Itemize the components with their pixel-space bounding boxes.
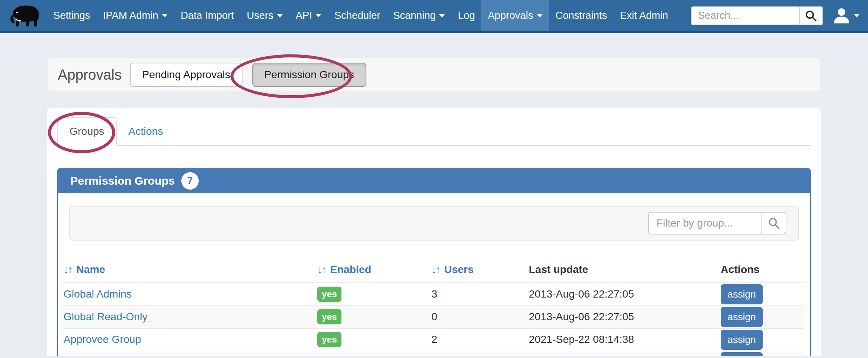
tab[interactable]: Groups [57, 117, 117, 146]
column-label: Actions [721, 264, 760, 275]
assign-button[interactable]: assign [721, 307, 763, 327]
nav-item-label: Scanning [393, 10, 436, 22]
nav-item[interactable]: IPAM Admin [97, 0, 175, 31]
enabled-badge: yes [317, 287, 341, 302]
last-update: 2013-Aug-06 22:27:05 [529, 306, 721, 328]
nav-item[interactable]: Log [451, 0, 481, 31]
users-count: 2 [431, 328, 529, 351]
top-navbar: Settings IPAM Admin Data Import Users AP… [0, 0, 868, 33]
enabled-badge: yes [317, 332, 341, 347]
tab-bar: Groups Actions [57, 117, 811, 146]
assign-button[interactable]: assign [721, 352, 763, 356]
filter-search-button[interactable] [762, 212, 786, 235]
table-header-row: ↓↑Name ↓↑Enabled ↓↑Users [63, 258, 805, 283]
table-row: Global Admins yes 3 2013-Aug-06 22:27:05… [63, 283, 805, 306]
last-update [529, 351, 721, 356]
assign-button[interactable]: assign [721, 330, 763, 350]
nav-item[interactable]: Scanning [387, 0, 452, 31]
users-count [431, 351, 529, 356]
nav-item-label: IPAM Admin [103, 10, 159, 22]
last-update: 2021-Sep-22 08:14:38 [529, 328, 721, 351]
sort-icon[interactable]: ↓↑ [431, 264, 440, 275]
content-card: Groups Actions Permission Groups 7 [47, 108, 821, 356]
nav-item[interactable]: Approvals [481, 0, 549, 31]
nav-menu: Settings IPAM Admin Data Import Users AP… [47, 0, 675, 31]
caret-down-icon [162, 14, 168, 17]
approvals-header-strip: Approvals Pending Approvals Permission G… [47, 58, 821, 92]
last-update: 2013-Aug-06 22:27:05 [529, 283, 721, 306]
user-icon [833, 8, 850, 24]
users-count: 3 [431, 283, 529, 306]
assign-button[interactable]: assign [721, 284, 763, 304]
group-name-link[interactable]: Approvee Group [63, 333, 141, 345]
column-header[interactable]: ↓↑Enabled [317, 258, 431, 283]
panel-body: ↓↑Name ↓↑Enabled ↓↑Users [58, 193, 810, 356]
nav-item[interactable]: Data Import [174, 0, 240, 31]
filter-well [69, 206, 799, 241]
header-buttons: Pending Approvals Permission Groups [130, 63, 366, 87]
nav-item[interactable]: Exit Admin [613, 0, 675, 31]
mammoth-icon [8, 2, 43, 29]
sort-icon[interactable]: ↓↑ [317, 264, 326, 275]
search-input[interactable] [692, 7, 799, 25]
nav-item-label: Settings [53, 10, 90, 22]
permission-groups-table: ↓↑Name ↓↑Enabled ↓↑Users [63, 258, 805, 356]
page-title: Approvals [58, 67, 122, 83]
header-section-button[interactable]: Pending Approvals [130, 63, 242, 87]
column-header: Last update [529, 258, 721, 283]
column-header[interactable]: ↓↑Users [431, 258, 529, 283]
nav-item[interactable]: Scheduler [328, 0, 387, 31]
sort-icon[interactable]: ↓↑ [63, 264, 72, 275]
nav-item[interactable]: Settings [47, 0, 97, 31]
column-label: Enabled [330, 264, 371, 275]
table-row: Global Read-Only yes 0 2013-Aug-06 22:27… [63, 306, 805, 328]
column-label: Users [444, 264, 474, 275]
nav-item-label: Approvals [488, 10, 533, 22]
group-name-link[interactable]: Global Admins [63, 288, 132, 300]
table-row: assign [63, 351, 805, 356]
column-header: Actions [721, 258, 805, 283]
user-menu[interactable] [833, 0, 860, 31]
navbar-search [691, 0, 823, 31]
nav-item-label: Data Import [181, 10, 234, 22]
nav-item-label: Constraints [556, 10, 607, 22]
nav-item-label: Users [247, 10, 273, 22]
enabled-badge: yes [317, 309, 341, 324]
panel-title: Permission Groups [70, 174, 175, 187]
phpipam-mammoth-logo-icon[interactable] [7, 0, 45, 31]
panel-header: Permission Groups 7 [58, 168, 810, 193]
count-badge: 7 [181, 172, 199, 190]
caret-down-icon [277, 14, 283, 17]
search-button[interactable] [799, 7, 822, 25]
nav-item[interactable]: Constraints [549, 0, 614, 31]
caret-down-icon [537, 14, 543, 17]
group-name-link[interactable]: Global Read-Only [63, 311, 148, 323]
column-label: Last update [529, 264, 588, 275]
search-icon [768, 217, 780, 230]
column-label: Name [76, 264, 105, 275]
page-content: Approvals Pending Approvals Permission G… [0, 33, 868, 356]
permission-groups-panel: Permission Groups 7 [57, 168, 811, 356]
column-header[interactable]: ↓↑Name [63, 258, 317, 283]
nav-item-label: API [296, 10, 312, 22]
filter-input[interactable] [648, 212, 762, 235]
caret-down-icon [439, 14, 445, 17]
search-group [691, 6, 823, 25]
caret-down-icon [854, 14, 860, 17]
users-count: 0 [431, 306, 529, 328]
nav-item-label: Exit Admin [620, 10, 668, 22]
nav-item[interactable]: Users [240, 0, 289, 31]
caret-down-icon [315, 14, 321, 17]
nav-item-label: Scheduler [334, 10, 380, 22]
nav-item[interactable]: API [289, 0, 328, 31]
filter-group [648, 212, 786, 235]
nav-item-label: Log [458, 10, 475, 22]
header-section-button[interactable]: Permission Groups [252, 63, 366, 87]
table-row: Approvee Group yes 2 2021-Sep-22 08:14:3… [63, 328, 805, 351]
tab[interactable]: Actions [117, 117, 175, 146]
search-icon [805, 9, 817, 22]
